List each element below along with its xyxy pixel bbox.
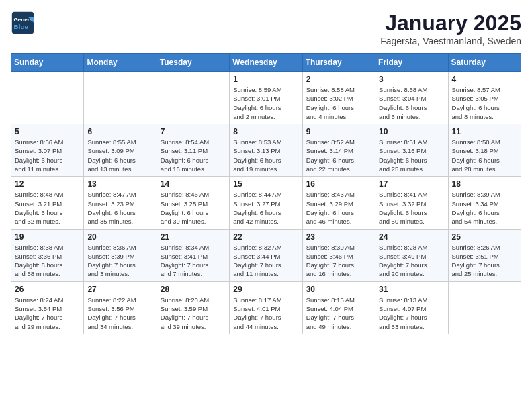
- day-info: Sunrise: 8:39 AM Sunset: 3:34 PM Dayligh…: [452, 190, 517, 226]
- day-number: 1: [233, 75, 298, 84]
- day-number: 6: [87, 127, 152, 136]
- day-info: Sunrise: 8:34 AM Sunset: 3:41 PM Dayligh…: [161, 243, 226, 279]
- weekday-header-row: SundayMondayTuesdayWednesdayThursdayFrid…: [11, 54, 521, 72]
- week-row-1: 1Sunrise: 8:59 AM Sunset: 3:01 PM Daylig…: [11, 72, 521, 124]
- day-number: 12: [15, 179, 80, 189]
- calendar-cell: 2Sunrise: 8:58 AM Sunset: 3:02 PM Daylig…: [302, 72, 375, 124]
- calendar-cell: 9Sunrise: 8:52 AM Sunset: 3:14 PM Daylig…: [302, 124, 375, 177]
- calendar-cell: 12Sunrise: 8:48 AM Sunset: 3:21 PM Dayli…: [11, 177, 84, 229]
- weekday-header-saturday: Saturday: [448, 54, 521, 72]
- calendar-cell: [448, 281, 521, 334]
- day-number: 8: [233, 127, 298, 136]
- calendar-cell: 5Sunrise: 8:56 AM Sunset: 3:07 PM Daylig…: [11, 124, 84, 177]
- day-number: 14: [161, 179, 226, 189]
- day-info: Sunrise: 8:32 AM Sunset: 3:44 PM Dayligh…: [233, 243, 298, 279]
- month-title: January 2025: [380, 11, 521, 36]
- weekday-header-thursday: Thursday: [302, 54, 375, 72]
- day-number: 9: [306, 127, 371, 136]
- day-info: Sunrise: 8:15 AM Sunset: 4:04 PM Dayligh…: [306, 295, 371, 331]
- week-row-3: 12Sunrise: 8:48 AM Sunset: 3:21 PM Dayli…: [11, 177, 521, 229]
- calendar-cell: 22Sunrise: 8:32 AM Sunset: 3:44 PM Dayli…: [230, 229, 302, 281]
- logo-icon: General Blue: [11, 11, 35, 35]
- header: General Blue January 2025 Fagersta, Vaes…: [11, 11, 521, 46]
- day-info: Sunrise: 8:26 AM Sunset: 3:51 PM Dayligh…: [452, 243, 517, 279]
- day-number: 5: [15, 127, 80, 136]
- day-info: Sunrise: 8:20 AM Sunset: 3:59 PM Dayligh…: [161, 295, 226, 331]
- calendar-cell: 20Sunrise: 8:36 AM Sunset: 3:39 PM Dayli…: [84, 229, 157, 281]
- calendar-cell: 31Sunrise: 8:13 AM Sunset: 4:07 PM Dayli…: [375, 281, 448, 334]
- day-number: 22: [233, 232, 298, 242]
- day-info: Sunrise: 8:50 AM Sunset: 3:18 PM Dayligh…: [452, 138, 517, 173]
- day-info: Sunrise: 8:55 AM Sunset: 3:09 PM Dayligh…: [87, 138, 152, 173]
- day-info: Sunrise: 8:48 AM Sunset: 3:21 PM Dayligh…: [15, 190, 80, 226]
- calendar-cell: 15Sunrise: 8:44 AM Sunset: 3:27 PM Dayli…: [230, 177, 302, 229]
- day-number: 13: [87, 179, 152, 189]
- calendar-cell: 1Sunrise: 8:59 AM Sunset: 3:01 PM Daylig…: [230, 72, 302, 124]
- day-info: Sunrise: 8:22 AM Sunset: 3:56 PM Dayligh…: [87, 295, 152, 331]
- day-number: 20: [87, 232, 152, 242]
- calendar-cell: 3Sunrise: 8:58 AM Sunset: 3:04 PM Daylig…: [375, 72, 448, 124]
- day-info: Sunrise: 8:17 AM Sunset: 4:01 PM Dayligh…: [233, 295, 298, 331]
- day-number: 19: [15, 232, 80, 242]
- calendar-cell: 14Sunrise: 8:46 AM Sunset: 3:25 PM Dayli…: [157, 177, 229, 229]
- calendar-cell: 6Sunrise: 8:55 AM Sunset: 3:09 PM Daylig…: [84, 124, 157, 177]
- day-number: 21: [161, 232, 226, 242]
- weekday-header-wednesday: Wednesday: [230, 54, 302, 72]
- calendar-cell: 24Sunrise: 8:28 AM Sunset: 3:49 PM Dayli…: [375, 229, 448, 281]
- calendar-cell: 16Sunrise: 8:43 AM Sunset: 3:29 PM Dayli…: [302, 177, 375, 229]
- calendar-cell: 30Sunrise: 8:15 AM Sunset: 4:04 PM Dayli…: [302, 281, 375, 334]
- day-number: 7: [161, 127, 226, 136]
- day-number: 30: [306, 285, 371, 294]
- calendar-cell: 21Sunrise: 8:34 AM Sunset: 3:41 PM Dayli…: [157, 229, 229, 281]
- day-info: Sunrise: 8:43 AM Sunset: 3:29 PM Dayligh…: [306, 190, 371, 226]
- day-info: Sunrise: 8:59 AM Sunset: 3:01 PM Dayligh…: [233, 85, 298, 121]
- calendar-cell: 8Sunrise: 8:53 AM Sunset: 3:13 PM Daylig…: [230, 124, 302, 177]
- calendar-cell: [11, 72, 84, 124]
- subtitle: Fagersta, Vaestmanland, Sweden: [380, 36, 521, 46]
- calendar-cell: 19Sunrise: 8:38 AM Sunset: 3:36 PM Dayli…: [11, 229, 84, 281]
- day-info: Sunrise: 8:58 AM Sunset: 3:04 PM Dayligh…: [379, 85, 444, 121]
- calendar-cell: [157, 72, 229, 124]
- day-number: 4: [452, 75, 517, 84]
- day-info: Sunrise: 8:38 AM Sunset: 3:36 PM Dayligh…: [15, 243, 80, 279]
- day-info: Sunrise: 8:24 AM Sunset: 3:54 PM Dayligh…: [15, 295, 80, 331]
- day-number: 29: [233, 285, 298, 294]
- calendar-cell: 7Sunrise: 8:54 AM Sunset: 3:11 PM Daylig…: [157, 124, 229, 177]
- calendar-cell: 23Sunrise: 8:30 AM Sunset: 3:46 PM Dayli…: [302, 229, 375, 281]
- svg-text:Blue: Blue: [14, 23, 29, 30]
- day-info: Sunrise: 8:52 AM Sunset: 3:14 PM Dayligh…: [306, 138, 371, 173]
- weekday-header-sunday: Sunday: [11, 54, 84, 72]
- week-row-4: 19Sunrise: 8:38 AM Sunset: 3:36 PM Dayli…: [11, 229, 521, 281]
- day-number: 11: [452, 127, 517, 136]
- calendar-cell: 10Sunrise: 8:51 AM Sunset: 3:16 PM Dayli…: [375, 124, 448, 177]
- day-info: Sunrise: 8:30 AM Sunset: 3:46 PM Dayligh…: [306, 243, 371, 279]
- day-number: 28: [161, 285, 226, 294]
- day-info: Sunrise: 8:53 AM Sunset: 3:13 PM Dayligh…: [233, 138, 298, 173]
- day-info: Sunrise: 8:41 AM Sunset: 3:32 PM Dayligh…: [379, 190, 444, 226]
- calendar-cell: 11Sunrise: 8:50 AM Sunset: 3:18 PM Dayli…: [448, 124, 521, 177]
- day-number: 23: [306, 232, 371, 242]
- weekday-header-friday: Friday: [375, 54, 448, 72]
- week-row-2: 5Sunrise: 8:56 AM Sunset: 3:07 PM Daylig…: [11, 124, 521, 177]
- weekday-header-tuesday: Tuesday: [157, 54, 229, 72]
- day-info: Sunrise: 8:57 AM Sunset: 3:05 PM Dayligh…: [452, 85, 517, 121]
- day-number: 31: [379, 285, 444, 294]
- day-info: Sunrise: 8:54 AM Sunset: 3:11 PM Dayligh…: [161, 138, 226, 173]
- calendar-cell: 26Sunrise: 8:24 AM Sunset: 3:54 PM Dayli…: [11, 281, 84, 334]
- day-number: 18: [452, 179, 517, 189]
- calendar-table: SundayMondayTuesdayWednesdayThursdayFrid…: [11, 53, 521, 334]
- day-number: 24: [379, 232, 444, 242]
- day-info: Sunrise: 8:44 AM Sunset: 3:27 PM Dayligh…: [233, 190, 298, 226]
- calendar-cell: 29Sunrise: 8:17 AM Sunset: 4:01 PM Dayli…: [230, 281, 302, 334]
- calendar-cell: 4Sunrise: 8:57 AM Sunset: 3:05 PM Daylig…: [448, 72, 521, 124]
- calendar-cell: 28Sunrise: 8:20 AM Sunset: 3:59 PM Dayli…: [157, 281, 229, 334]
- day-number: 10: [379, 127, 444, 136]
- day-number: 3: [379, 75, 444, 84]
- calendar-cell: 18Sunrise: 8:39 AM Sunset: 3:34 PM Dayli…: [448, 177, 521, 229]
- day-info: Sunrise: 8:47 AM Sunset: 3:23 PM Dayligh…: [87, 190, 152, 226]
- day-number: 2: [306, 75, 371, 84]
- day-info: Sunrise: 8:13 AM Sunset: 4:07 PM Dayligh…: [379, 295, 444, 331]
- calendar-cell: 17Sunrise: 8:41 AM Sunset: 3:32 PM Dayli…: [375, 177, 448, 229]
- day-number: 15: [233, 179, 298, 189]
- day-info: Sunrise: 8:36 AM Sunset: 3:39 PM Dayligh…: [87, 243, 152, 279]
